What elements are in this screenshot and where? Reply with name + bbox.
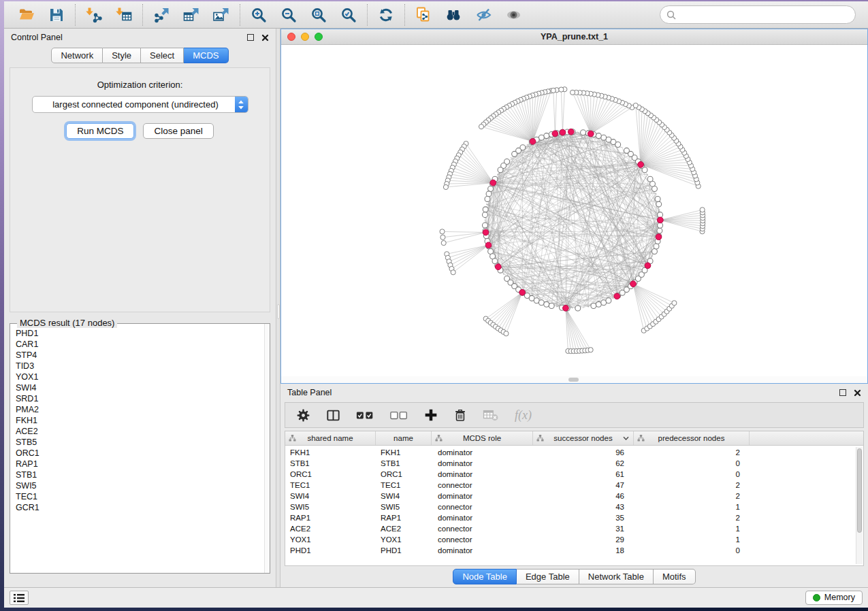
table-cell: 35	[533, 514, 634, 522]
table-cell: 62	[533, 459, 634, 467]
table-row[interactable]: ACE2ACE2connector311	[285, 523, 863, 534]
memory-button[interactable]: Memory	[805, 591, 863, 605]
node-table: shared namenameMCDS rolesuccessor nodesp…	[285, 431, 864, 566]
import-network-button[interactable]	[84, 5, 103, 24]
float-panel-icon[interactable]	[247, 34, 254, 41]
zoom-in-button[interactable]	[249, 5, 268, 24]
maximize-window-traffic-light[interactable]	[315, 33, 323, 41]
mcds-result-item[interactable]: RAP1	[16, 459, 260, 469]
table-cell: dominator	[432, 546, 533, 555]
zoom-out-button[interactable]	[279, 5, 298, 24]
tab-network-table[interactable]: Network Table	[579, 569, 654, 584]
mcds-result-item[interactable]: YOX1	[16, 371, 260, 382]
delete-table-icon[interactable]	[483, 408, 499, 422]
minimize-window-traffic-light[interactable]	[301, 33, 309, 41]
toggle-column-display-icon[interactable]	[326, 409, 340, 422]
table-row[interactable]: SWI5SWI5connector431	[285, 501, 863, 512]
first-neighbors-button[interactable]	[444, 5, 463, 24]
close-table-panel-icon[interactable]	[854, 389, 861, 397]
optimization-criterion-select[interactable]: largest connected component (undirected)	[32, 96, 248, 113]
deselect-all-columns-icon[interactable]	[390, 411, 408, 420]
mcds-result-item[interactable]: PMA2	[16, 404, 260, 415]
search-input[interactable]	[680, 10, 849, 20]
column-header-predecessor-nodes[interactable]: predecessor nodes	[634, 431, 750, 445]
network-canvas[interactable]	[281, 45, 867, 376]
table-vscroll-thumb[interactable]	[857, 448, 862, 533]
run-mcds-button[interactable]: Run MCDS	[66, 123, 134, 139]
tab-style[interactable]: Style	[103, 48, 141, 63]
export-table-button[interactable]	[182, 5, 201, 24]
zoom-out-icon	[280, 7, 297, 23]
mcds-result-item[interactable]: SRD1	[16, 393, 260, 404]
panel-divider[interactable]	[276, 29, 280, 587]
shared-column-icon	[435, 435, 443, 442]
tab-edge-table[interactable]: Edge Table	[517, 569, 579, 584]
table-row[interactable]: YOX1YOX1connector291	[285, 534, 863, 545]
mcds-result-item[interactable]: STP4	[16, 350, 260, 361]
zoom-fit-button[interactable]	[309, 5, 328, 24]
table-cell: YOX1	[285, 535, 376, 544]
float-table-panel-icon[interactable]	[839, 389, 846, 396]
delete-column-trash-icon[interactable]	[453, 408, 467, 423]
mcds-list-scrollbar[interactable]	[264, 324, 270, 573]
close-panel-button[interactable]: Close panel	[143, 123, 213, 139]
add-column-icon[interactable]	[424, 408, 438, 422]
table-row[interactable]: FKH1FKH1dominator962	[285, 447, 863, 458]
zoom-selected-button[interactable]	[339, 5, 358, 24]
hide-selected-button[interactable]	[474, 5, 493, 24]
mcds-result-item[interactable]: TEC1	[16, 491, 260, 502]
search-box[interactable]	[660, 5, 856, 24]
mcds-result-item[interactable]: SWI5	[16, 480, 260, 491]
close-panel-icon[interactable]	[261, 34, 269, 42]
column-header-shared-name[interactable]: shared name	[285, 431, 376, 445]
table-row[interactable]: STB1STB1dominator620	[285, 458, 863, 469]
mcds-result-item[interactable]: PHD1	[16, 328, 260, 339]
close-window-traffic-light[interactable]	[287, 33, 295, 41]
open-file-button[interactable]	[17, 5, 36, 24]
import-table-button[interactable]	[114, 5, 133, 24]
mcds-result-item[interactable]: TID3	[16, 361, 260, 371]
tab-node-table[interactable]: Node Table	[453, 569, 517, 584]
task-history-button[interactable]	[10, 591, 29, 605]
tab-mcds[interactable]: MCDS	[184, 48, 228, 63]
table-vertical-scrollbar[interactable]	[856, 447, 863, 564]
column-header-successor-nodes[interactable]: successor nodes	[533, 431, 634, 445]
tab-select[interactable]: Select	[141, 48, 184, 63]
save-session-button[interactable]	[47, 5, 66, 24]
table-row[interactable]: TEC1TEC1connector472	[285, 480, 863, 491]
refresh-view-button[interactable]	[376, 5, 396, 24]
mcds-result-list[interactable]: PHD1CAR1STP4TID3YOX1SWI4SRD1PMA2FKH1ACE2…	[10, 324, 264, 573]
mcds-result-item[interactable]: ACE2	[16, 426, 260, 437]
column-header-name[interactable]: name	[376, 431, 432, 445]
mcds-result-item[interactable]: FKH1	[16, 415, 260, 426]
tab-motifs[interactable]: Motifs	[654, 569, 696, 584]
network-hscroll-thumb[interactable]	[568, 378, 579, 382]
select-all-columns-icon[interactable]	[356, 411, 374, 420]
network-horizontal-scrollbar[interactable]	[281, 376, 867, 383]
tab-network[interactable]: Network	[51, 48, 103, 63]
table-cell: 1	[634, 503, 750, 511]
mcds-result-item[interactable]: STB1	[16, 469, 260, 480]
clone-network-button[interactable]	[414, 5, 433, 24]
mcds-result-item[interactable]: SWI4	[16, 382, 260, 393]
export-network-button[interactable]	[152, 5, 171, 24]
mcds-result-item[interactable]: ORC1	[16, 448, 260, 459]
column-header-mcds-role[interactable]: MCDS role	[432, 431, 533, 445]
table-cell: dominator	[432, 448, 533, 457]
function-builder-icon[interactable]: f(x)	[515, 408, 532, 423]
show-all-button[interactable]	[504, 5, 523, 24]
table-cell: 2	[634, 492, 750, 500]
table-cell: 1	[634, 535, 750, 544]
export-image-button[interactable]	[212, 5, 231, 24]
table-row[interactable]: PHD1PHD1dominator180	[285, 545, 863, 556]
table-row[interactable]: SWI4SWI4dominator462	[285, 491, 863, 501]
divider-handle[interactable]	[277, 304, 280, 319]
mcds-result-item[interactable]: GCR1	[16, 502, 260, 513]
mcds-result-group: MCDS result (17 nodes) PHD1CAR1STP4TID3Y…	[10, 323, 270, 574]
table-cell: ACE2	[285, 525, 376, 533]
table-row[interactable]: ORC1ORC1dominator610	[285, 469, 863, 480]
mcds-result-item[interactable]: STB5	[16, 437, 260, 448]
table-row[interactable]: RAP1RAP1dominator352	[285, 512, 863, 523]
mcds-result-item[interactable]: CAR1	[16, 339, 260, 350]
settings-gear-icon[interactable]	[296, 408, 310, 423]
